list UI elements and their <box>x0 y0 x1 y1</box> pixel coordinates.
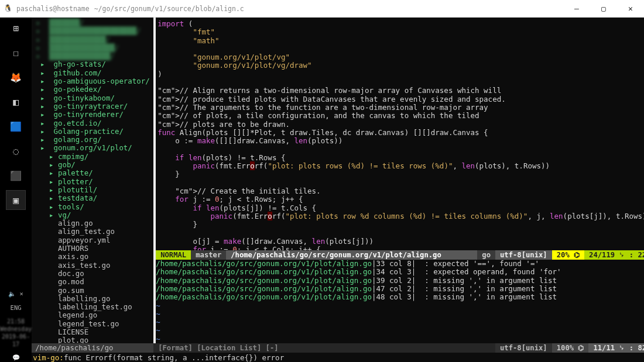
branch-segment: master <box>191 250 226 260</box>
tree-row[interactable]: ▸ plotter/ <box>32 178 153 186</box>
quickfix-item[interactable]: /home/paschalis/go/src/gonum.org/v1/plot… <box>156 268 644 276</box>
start-icon[interactable]: ⊞ <box>6 19 25 37</box>
tree-row[interactable]: ▸ go-tinykaboom/ <box>32 94 153 102</box>
tree-row[interactable]: ▸ testdata/ <box>32 194 153 202</box>
tree-row[interactable]: labelling.go <box>32 295 153 303</box>
command-line[interactable]: vim-go: func Errorf(format string, a ...… <box>32 353 644 362</box>
quickfix-item[interactable]: /home/paschalis/go/src/gonum.org/v1/plot… <box>156 285 644 293</box>
tree-row[interactable]: ▸ palette/ <box>32 169 153 177</box>
close-button[interactable]: ✕ <box>617 0 644 18</box>
tree-row[interactable]: ▸ go-tinyraytracer/ <box>32 102 153 111</box>
tree-row[interactable]: ▸ █████████████/ <box>32 36 153 44</box>
editor-pane[interactable]: import ( "fmt" "math" "gonum.org/v1/plot… <box>153 18 644 343</box>
window-titlebar: 🐧 paschalis@hostname ~/go/src/gonum/v1/s… <box>0 0 644 18</box>
app6-icon[interactable]: ⬛ <box>6 166 25 185</box>
title-user: paschalis@hostname <box>16 5 90 13</box>
tree-row[interactable]: align_test.go <box>32 227 153 236</box>
mode-segment: NORMAL <box>156 250 191 260</box>
tree-row[interactable]: AUTHORS <box>32 244 153 253</box>
title-path: ~/go/src/gonum/v1/source/blob/align.c <box>94 5 244 13</box>
quickfix-list[interactable]: /home/paschalis/go/src/gonum.org/v1/plot… <box>156 260 644 343</box>
tree-row[interactable]: ▸ tools/ <box>32 203 153 211</box>
tree-row[interactable]: go.mod <box>32 278 153 286</box>
enc-segment: utf-8[unix] <box>495 250 552 260</box>
nerdtree[interactable]: ▸ ███████/ ▸ ████████████████████/ ▸ ███… <box>32 18 153 343</box>
tree-row[interactable]: ▸ Golang-practice/ <box>32 127 153 136</box>
qf-pct: 100% ⌬ <box>552 343 589 353</box>
tree-row[interactable]: axis.go <box>32 253 153 261</box>
qf-enc: utf-8[unix] <box>495 343 552 353</box>
path-segment: /home/paschalis/go/src/gonum.org/v1/plot… <box>226 250 477 260</box>
quickfix-item[interactable]: /home/paschalis/go/src/gonum.org/v1/plot… <box>156 277 644 285</box>
tree-row[interactable]: align.go <box>32 219 153 227</box>
quickfix-item[interactable]: /home/paschalis/go/src/gonum.org/v1/plot… <box>156 293 644 301</box>
tree-row[interactable]: ▸ gh-go-stats/ <box>32 60 153 68</box>
tree-row[interactable]: ▸ cmpimg/ <box>32 153 153 161</box>
clock[interactable]: 21:58 Wednesday 2019-06-17 <box>0 318 32 348</box>
app5-icon[interactable]: ◌ <box>6 142 25 160</box>
qf-pos: 11/11 ␊ : 82 <box>588 343 644 353</box>
cmd-text: func Errorf(format string, a ...interfac… <box>64 353 284 362</box>
nerdtree-status: /home/paschalis/go <box>32 343 153 353</box>
qf-info: [Format] [Location List] [-] <box>153 343 495 353</box>
tree-row[interactable]: ▸ github.com/ <box>32 69 153 77</box>
statusline-main: NORMAL master /home/paschalis/go/src/gon… <box>156 250 644 260</box>
vscode-icon[interactable]: 🟦 <box>6 117 25 136</box>
tree-row[interactable]: LICENSE <box>32 328 153 336</box>
pos-segment: 24/119 ␊ : 22 <box>584 250 644 260</box>
tree-row[interactable]: ▸ gonum.org/v1/plot/ <box>32 144 153 152</box>
lang-indicator[interactable]: ENG <box>11 304 22 312</box>
tree-row[interactable]: ▸ gob/ <box>32 161 153 169</box>
cmd-prefix: vim-go: <box>33 353 64 362</box>
tree-row[interactable]: axis_test.go <box>32 261 153 270</box>
tree-row[interactable]: ▸ go-pokedex/ <box>32 85 153 94</box>
tray-icon[interactable]: 💬 <box>12 354 20 362</box>
tree-row[interactable]: ▸ ██████████████/ <box>32 52 153 60</box>
tree-row[interactable]: ▸ go.etcd.io/ <box>32 119 153 127</box>
tree-row[interactable]: doc.go <box>32 270 153 278</box>
statusline-quickfix: [Format] [Location List] [-] utf-8[unix]… <box>153 343 644 353</box>
tree-row[interactable]: appveyor.yml <box>32 236 153 244</box>
tree-row[interactable]: plot.go <box>32 336 153 343</box>
vim-window: ▸ ███████/ ▸ ████████████████████/ ▸ ███… <box>32 18 644 362</box>
tree-row[interactable]: ▸ go-tinyrenderer/ <box>32 111 153 119</box>
windows-taskbar: ⊞ ☐ 🦊 ◧ 🟦 ◌ ⬛ ▣ 🔈 × ENG 21:58 Wednesday … <box>0 18 32 362</box>
tree-row[interactable]: go.sum <box>32 287 153 295</box>
tree-row[interactable]: ▸ ████████████████████/ <box>32 27 153 35</box>
ft-segment: go <box>477 250 495 260</box>
tree-row[interactable]: ▸ plotutil/ <box>32 186 153 194</box>
tree-row[interactable]: legend_test.go <box>32 320 153 328</box>
quickfix-item[interactable]: /home/paschalis/go/src/gonum.org/v1/plot… <box>156 260 644 268</box>
tree-row[interactable]: ▸ vg/ <box>32 211 153 219</box>
terminal-icon[interactable]: ▣ <box>6 191 25 209</box>
app-icon: 🐧 <box>4 4 13 13</box>
pct-segment: 20% ⌬ <box>552 250 584 260</box>
maximize-button[interactable]: ▢ <box>590 0 617 18</box>
minimize-button[interactable]: — <box>563 0 590 18</box>
firefox-icon[interactable]: 🦊 <box>6 68 25 87</box>
tree-row[interactable]: ▸ go-ambiguous-operator/ <box>32 77 153 85</box>
sound-icon[interactable]: 🔈 × <box>8 290 23 298</box>
tree-row[interactable]: ▸ golang.org/ <box>32 136 153 144</box>
taskview-icon[interactable]: ☐ <box>6 43 25 62</box>
tree-row[interactable]: labelling_test.go <box>32 303 153 311</box>
code-area[interactable]: import ( "fmt" "math" "gonum.org/v1/plot… <box>156 18 644 250</box>
tree-row[interactable]: legend.go <box>32 311 153 319</box>
explorer-icon[interactable]: ◧ <box>6 92 25 111</box>
